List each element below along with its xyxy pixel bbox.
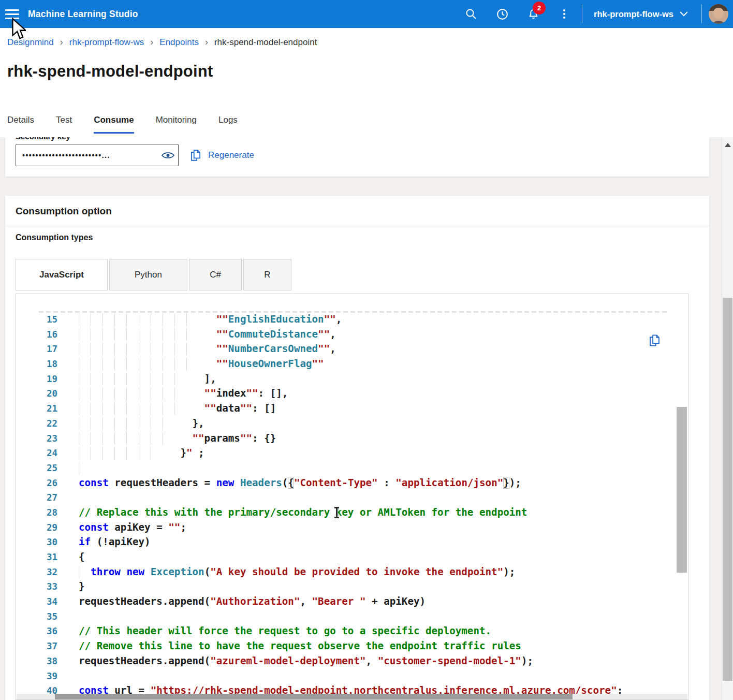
app-title: Machine Learning Studio: [28, 9, 138, 20]
breadcrumb-separator-icon: ›: [205, 37, 208, 48]
workspace-name: rhk-prompt-flow-ws: [594, 9, 673, 19]
consumption-type-tab[interactable]: R: [243, 259, 291, 290]
line-number: 31: [16, 550, 57, 565]
code-line: 18 ""HouseOwnerFlag"": [16, 357, 676, 372]
code-horizontal-scrollbar-thumb[interactable]: [55, 694, 573, 699]
notifications-button[interactable]: 2: [518, 0, 549, 28]
page-scrollbar[interactable]: [722, 137, 733, 700]
code-text: throw new Exception("A key should be pro…: [79, 566, 515, 578]
copy-icon: [648, 333, 662, 347]
code-text: // Replace this with the primary/seconda…: [79, 506, 527, 518]
more-vertical-icon: [558, 8, 570, 20]
code-text: // This header will force the request to…: [79, 625, 491, 637]
indent-guides: [79, 343, 193, 356]
consumption-type-tab[interactable]: Python: [109, 259, 187, 290]
code-line: 25: [16, 461, 676, 476]
breadcrumb-item[interactable]: Designmind: [7, 37, 54, 48]
notification-badge: 2: [533, 2, 546, 14]
consumption-type-tab[interactable]: C#: [189, 259, 242, 290]
code-line: 34requestHeaders.append("Authorization",…: [16, 594, 676, 609]
code-line: 16 ""CommuteDistance"",: [16, 327, 676, 342]
indent-guides: [79, 566, 85, 579]
line-number: 17: [16, 342, 57, 357]
indent-guides: [79, 328, 193, 341]
line-number: 28: [16, 505, 57, 520]
code-line: 19 ],: [16, 372, 676, 387]
line-number: 36: [16, 624, 57, 639]
regenerate-key-button[interactable]: Regenerate: [208, 150, 254, 161]
more-options-button[interactable]: [549, 0, 580, 28]
code-line: 35: [16, 609, 676, 624]
scroll-up-button[interactable]: [723, 141, 732, 149]
tab-logs[interactable]: Logs: [218, 115, 238, 134]
breadcrumb-item[interactable]: Endpoints: [159, 37, 199, 48]
code-line: 27: [16, 490, 676, 505]
indent-guides: [79, 462, 85, 475]
consumption-card: Consumption option Consumption types Jav…: [5, 196, 709, 700]
copy-key-button[interactable]: [187, 149, 204, 164]
line-number: 35: [16, 609, 57, 624]
search-icon: [465, 8, 477, 20]
line-number: 21: [16, 401, 57, 416]
tab-test[interactable]: Test: [56, 115, 72, 134]
code-horizontal-scrollbar[interactable]: [17, 694, 687, 699]
copy-code-button[interactable]: [647, 333, 662, 349]
consumption-language-tabs: JavaScriptPythonC#R: [16, 259, 293, 290]
line-number: 30: [16, 535, 57, 550]
code-vertical-scrollbar[interactable]: [677, 407, 687, 573]
user-avatar[interactable]: [704, 0, 733, 28]
code-text: {: [79, 551, 85, 563]
content-region: Secondary key ••••••••••••••••••••••••..…: [0, 137, 733, 700]
indent-guides: [79, 313, 193, 326]
consumption-type-tab[interactable]: JavaScript: [16, 259, 108, 290]
code-line: 32 throw new Exception("A key should be …: [16, 565, 676, 580]
page-header: Designmind›rhk-prompt-flow-ws›Endpoints›…: [0, 28, 733, 137]
code-text: requestHeaders.append("azureml-model-dep…: [79, 655, 533, 667]
code-text: }: [79, 580, 85, 592]
line-number: 16: [16, 327, 57, 342]
code-line: 21 ""data"": []: [16, 401, 676, 416]
line-number: 34: [16, 594, 57, 609]
topbar-divider: [701, 5, 702, 23]
line-number: 22: [16, 416, 57, 431]
code-line: 31{: [16, 550, 676, 565]
top-app-bar: Machine Learning Studio 2 rhk-pro: [0, 0, 733, 28]
code-line: 22 },: [16, 416, 676, 431]
line-number: 37: [16, 639, 57, 654]
consumption-types-label: Consumption types: [16, 233, 93, 242]
code-sample-panel: 15 ""EnglishEducation"",16 ""CommuteDist…: [16, 294, 688, 700]
search-button[interactable]: [456, 0, 487, 28]
indent-guides: [79, 402, 181, 415]
code-line: 20 ""index"": [],: [16, 386, 676, 401]
breadcrumb-item: rhk-spend-model-endpoint: [214, 37, 317, 48]
code-line: 28// Replace this with the primary/secon…: [16, 505, 676, 520]
workspace-selector[interactable]: rhk-prompt-flow-ws: [584, 0, 699, 28]
history-button[interactable]: [487, 0, 518, 28]
consumption-option-title: Consumption option: [5, 196, 709, 226]
indent-guides: [79, 387, 181, 400]
line-number: 27: [16, 490, 57, 505]
line-number: 23: [16, 431, 57, 446]
show-key-button[interactable]: [157, 145, 178, 166]
masked-key-value: ••••••••••••••••••••••••...: [16, 151, 157, 159]
code-text: const requestHeaders = new Headers({"Con…: [79, 477, 521, 489]
code-text: if (!apiKey): [79, 536, 151, 548]
code-line: 23 ""params"": {}: [16, 431, 676, 446]
hamburger-menu-button[interactable]: [0, 0, 24, 28]
code-line: 17 ""NumberCarsOwned"",: [16, 342, 676, 357]
line-number: 19: [16, 372, 57, 387]
secondary-key-input[interactable]: ••••••••••••••••••••••••...: [16, 144, 179, 166]
tab-consume[interactable]: Consume: [94, 115, 134, 134]
tab-monitoring[interactable]: Monitoring: [156, 115, 197, 134]
hamburger-icon: [5, 9, 19, 11]
page-scrollbar-thumb[interactable]: [723, 298, 732, 681]
tab-details[interactable]: Details: [7, 115, 34, 134]
text-cursor: [336, 507, 338, 518]
code-line: 38requestHeaders.append("azureml-model-d…: [16, 654, 676, 669]
secondary-key-card: Secondary key ••••••••••••••••••••••••..…: [5, 137, 709, 177]
code-line: 37// Remove this line to have the reques…: [16, 639, 676, 654]
breadcrumb-item[interactable]: rhk-prompt-flow-ws: [69, 37, 144, 48]
code-text: requestHeaders.append("Authorization", "…: [79, 595, 426, 607]
line-number: 20: [16, 386, 57, 401]
line-number: 15: [16, 312, 57, 327]
